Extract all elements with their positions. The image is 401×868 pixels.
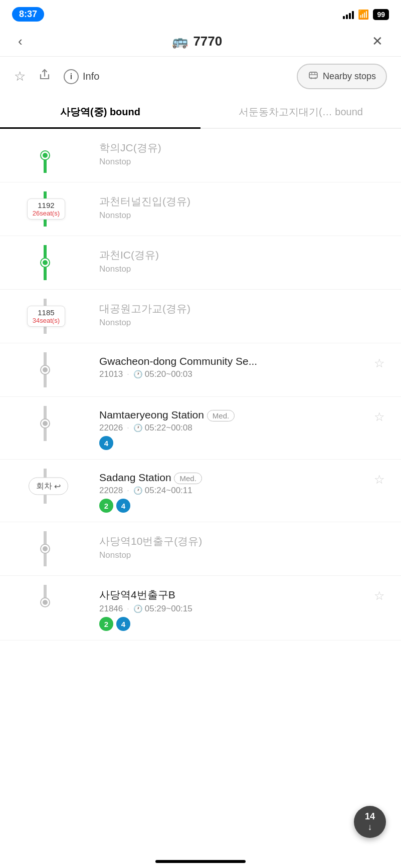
subway-line-badges: 24 [99, 499, 372, 513]
home-indicator [155, 860, 246, 863]
stop-name: Namtaeryeong Station Med. [99, 409, 372, 421]
close-button[interactable]: ✕ [368, 32, 387, 51]
stop-list: 학의JC(경유)Nonstop119226seat(s)과천터널진입(경유)No… [0, 129, 401, 640]
stop-content: Sadang Station Med.22028·🕐05:24~00:1124 [90, 469, 372, 513]
favorite-stop-button[interactable]: ☆ [372, 587, 387, 605]
stop-id: 22028 [99, 486, 123, 496]
tab-seodun-bound[interactable]: 서둔동차고지대기(… bound [200, 96, 401, 128]
subway-line-badges: 24 [99, 617, 372, 631]
stop-name: 사당역10번출구(경유) [99, 534, 387, 548]
action-left-buttons: ☆ i Info [14, 68, 99, 85]
stop-operating-time: 🕐05:29~00:15 [133, 604, 192, 614]
route-number: 7770 [193, 34, 222, 49]
stop-content: 사당역4번출구B21846·🕐05:29~00:1524 [90, 585, 372, 631]
stop-content: 대공원고가교(경유)Nonstop [90, 299, 387, 330]
fab-number: 14 [365, 811, 375, 822]
subway-line-2-badge: 2 [99, 617, 113, 631]
nonstop-label: Nonstop [99, 264, 387, 274]
svg-rect-0 [309, 72, 317, 78]
stop-item[interactable]: Gwacheon-dong Community Se...21013·🕐05:2… [0, 343, 401, 397]
favorite-stop-button[interactable]: ☆ [372, 408, 387, 426]
signal-icon [343, 10, 354, 19]
status-icons: 📶 99 [343, 9, 389, 20]
wifi-icon: 📶 [358, 9, 369, 20]
subway-line-4-badge: 4 [99, 436, 113, 450]
turnaround-tag: 회차↩ [29, 478, 68, 495]
stop-info-row: 21013·🕐05:20~00:03 [99, 369, 372, 379]
subway-line-2-badge: 2 [99, 499, 113, 513]
timeline-column [0, 531, 90, 566]
nearby-bus-icon [308, 70, 319, 83]
status-time: 8:37 [12, 7, 44, 22]
back-button[interactable]: ‹ [14, 32, 27, 51]
stop-name: 과천IC(경유) [99, 248, 387, 262]
stop-name: Sadang Station Med. [99, 472, 372, 484]
subway-line-4-badge: 4 [116, 617, 130, 631]
stop-name: Gwacheon-dong Community Se... [99, 355, 372, 367]
stop-id: 21846 [99, 604, 123, 614]
stop-id: 21013 [99, 369, 123, 379]
svg-point-2 [314, 77, 316, 79]
page-title: 🚌 7770 [172, 34, 222, 49]
subway-line-badges: 4 [99, 436, 372, 450]
nearby-stops-button[interactable]: Nearby stops [297, 64, 387, 89]
stop-content: 과천터널진입(경유)Nonstop [90, 191, 387, 223]
stop-item[interactable]: Namtaeryeong Station Med.22026·🕐05:22~00… [0, 397, 401, 460]
stop-item[interactable]: 사당역4번출구B21846·🕐05:29~00:1524☆ [0, 576, 401, 640]
stop-name: 사당역4번출구B [99, 588, 372, 602]
timeline-column: 회차↩ [0, 469, 90, 504]
stop-content: 사당역10번출구(경유)Nonstop [90, 531, 387, 562]
timeline-column [0, 352, 90, 387]
nonstop-label: Nonstop [99, 550, 387, 560]
direction-tabs: 사당역(중) bound 서둔동차고지대기(… bound [0, 96, 401, 129]
bus-number-tag: 119226seat(s) [27, 198, 65, 220]
bus-number-tag: 118534seat(s) [27, 306, 65, 327]
stop-item: 119226seat(s)과천터널진입(경유)Nonstop [0, 182, 401, 236]
stop-content: 학의JC(경유)Nonstop [90, 138, 387, 169]
timeline-column: 119226seat(s) [0, 191, 90, 227]
stop-operating-time: 🕐05:22~00:08 [133, 423, 192, 433]
stop-info-row: 22026·🕐05:22~00:08 [99, 423, 372, 433]
favorite-stop-button[interactable]: ☆ [372, 354, 387, 372]
stop-name: 학의JC(경유) [99, 141, 387, 155]
nearby-stops-label: Nearby stops [323, 71, 376, 82]
timeline-column: 118534seat(s) [0, 299, 90, 334]
tab-sadang-bound[interactable]: 사당역(중) bound [0, 96, 200, 128]
fab-icon: ↓ [368, 822, 372, 832]
stop-item: 사당역10번출구(경유)Nonstop [0, 522, 401, 576]
stop-id: 22026 [99, 423, 123, 433]
timeline-dot [41, 598, 49, 606]
favorite-stop-button[interactable]: ☆ [372, 471, 387, 489]
subway-line-4-badge: 4 [116, 499, 130, 513]
nonstop-label: Nonstop [99, 157, 387, 167]
bus-icon: 🚌 [172, 34, 188, 49]
stop-info-row: 21846·🕐05:29~00:15 [99, 604, 372, 614]
timeline-dot [41, 545, 49, 553]
timeline-dot [41, 366, 49, 374]
timeline-column [0, 406, 90, 441]
med-badge: Med. [207, 410, 235, 421]
nonstop-label: Nonstop [99, 210, 387, 221]
stop-item: 과천IC(경유)Nonstop [0, 236, 401, 290]
timeline-dot [41, 419, 49, 427]
top-nav: ‹ 🚌 7770 ✕ [0, 27, 401, 57]
stop-info-row: 22028·🕐05:24~00:11 [99, 486, 372, 496]
stop-content: Gwacheon-dong Community Se...21013·🕐05:2… [90, 352, 372, 382]
info-button[interactable]: i Info [64, 69, 99, 84]
nonstop-label: Nonstop [99, 318, 387, 328]
stop-item: 학의JC(경유)Nonstop [0, 129, 401, 182]
stop-name: 과천터널진입(경유) [99, 194, 387, 208]
timeline-column [0, 138, 90, 173]
battery-indicator: 99 [373, 9, 389, 20]
share-button[interactable] [38, 68, 52, 85]
stop-item[interactable]: 회차↩Sadang Station Med.22028·🕐05:24~00:11… [0, 460, 401, 522]
scroll-to-position-button[interactable]: 14 ↓ [354, 806, 386, 838]
status-bar: 8:37 📶 99 [0, 0, 401, 27]
stop-name: 대공원고가교(경유) [99, 302, 387, 316]
favorite-button[interactable]: ☆ [14, 69, 26, 84]
info-label: Info [83, 71, 99, 82]
timeline-dot [41, 259, 49, 267]
svg-point-1 [310, 77, 312, 79]
stop-content: Namtaeryeong Station Med.22026·🕐05:22~00… [90, 406, 372, 450]
stop-item: 118534seat(s)대공원고가교(경유)Nonstop [0, 290, 401, 343]
